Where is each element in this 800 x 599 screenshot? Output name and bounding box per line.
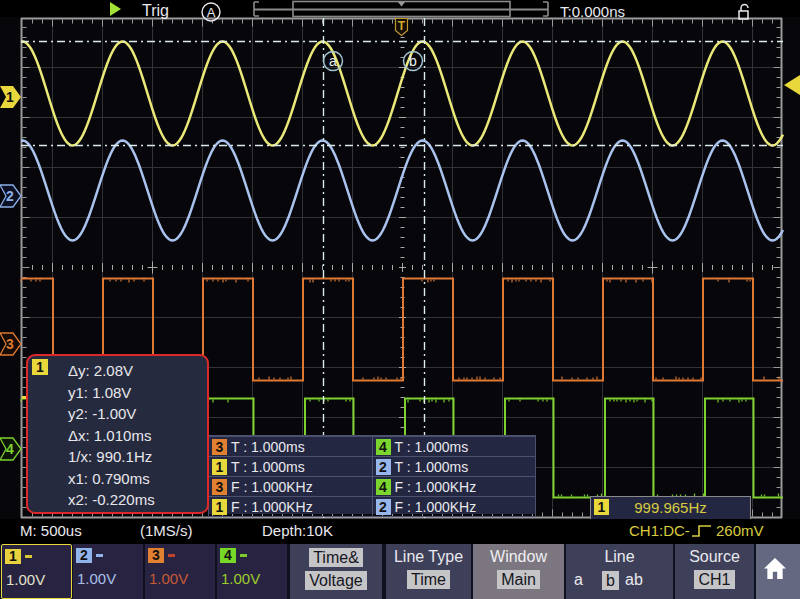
svg-text:A: A (207, 5, 216, 20)
svg-text:1: 1 (6, 89, 14, 105)
svg-text:b: b (409, 53, 417, 69)
svg-text:2: 2 (6, 188, 14, 204)
svg-text:3: 3 (6, 336, 14, 352)
svg-text:T: T (398, 19, 406, 33)
svg-text:4: 4 (6, 441, 14, 457)
svg-text:a: a (329, 53, 337, 69)
